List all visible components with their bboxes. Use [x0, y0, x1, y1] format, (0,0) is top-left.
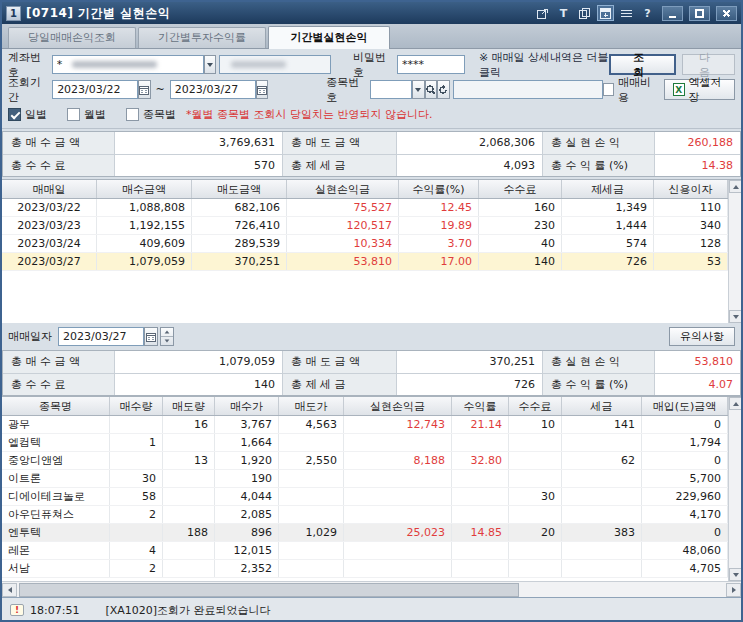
total-buy-value: 3,769,631	[115, 132, 283, 154]
excel-save-button[interactable]: X 엑셀저장	[664, 79, 735, 100]
period-from-input[interactable]	[52, 80, 138, 99]
monthly-checkbox[interactable]	[67, 108, 80, 121]
column-header[interactable]: 매도가	[279, 397, 344, 415]
scroll-right-icon[interactable]	[726, 583, 741, 597]
table-cell: 2	[110, 506, 163, 523]
horizontal-scrollbar[interactable]	[2, 581, 741, 597]
scroll-up-icon[interactable]	[729, 180, 741, 193]
account-dropdown-button[interactable]	[204, 55, 216, 74]
scroll-down-icon[interactable]	[729, 568, 741, 581]
account-redaction	[72, 61, 157, 68]
scrollbar-thumb[interactable]	[19, 583, 519, 597]
column-header[interactable]: 실현손익금	[344, 397, 452, 415]
day-fee-value: 140	[115, 374, 283, 396]
table-row[interactable]: 엘컴텍11,6641,794	[2, 434, 728, 452]
table-row[interactable]: 서남22,3524,705	[2, 560, 728, 578]
calendar-icon[interactable]	[144, 327, 158, 346]
stock-number-input[interactable]	[370, 80, 412, 99]
trade-date-stepper[interactable]	[160, 327, 174, 346]
table-cell	[562, 560, 642, 577]
query-button[interactable]: 조회	[609, 54, 676, 75]
pin-window-icon[interactable]	[597, 5, 614, 21]
titlebar[interactable]: 1 [0714] 기간별 실현손익 T ?	[2, 2, 741, 24]
menu-list-icon[interactable]	[618, 5, 635, 21]
step-up-icon[interactable]	[161, 328, 173, 337]
daily-table-scrollbar[interactable]	[728, 180, 741, 323]
table-row[interactable]: 2023/03/271,079,059370,25153,81017.00140…	[2, 253, 728, 271]
total-tax-label: 총 제 세 금	[283, 155, 397, 177]
table-cell: 409,609	[97, 235, 192, 252]
column-header[interactable]: 수익률(%)	[399, 180, 479, 198]
tab-period-realized-pl[interactable]: 기간별실현손익	[268, 26, 390, 49]
stock-name-field[interactable]	[453, 80, 603, 99]
table-cell: 레몬	[2, 542, 110, 559]
scroll-down-icon[interactable]	[729, 310, 741, 323]
table-row[interactable]: 레몬412,01548,060	[2, 542, 728, 560]
table-cell: 40	[479, 235, 562, 252]
table-row[interactable]: 엔투텍1888961,02925,02314.85203830	[2, 524, 728, 542]
account-field-wrap	[52, 55, 204, 74]
column-header[interactable]: 제세금	[562, 180, 654, 198]
stock-search-button[interactable]	[425, 80, 437, 99]
column-header[interactable]: 매매일	[2, 180, 97, 198]
trade-date-label: 매매일자	[8, 329, 52, 344]
password-input[interactable]	[397, 55, 465, 74]
scroll-left-icon[interactable]	[2, 583, 17, 597]
total-realized-pl-value: 260,188	[655, 132, 740, 154]
column-header[interactable]: 수수료	[509, 397, 562, 415]
column-header[interactable]: 매도금액	[192, 180, 287, 198]
daily-checkbox[interactable]	[8, 108, 21, 121]
table-row[interactable]: 2023/03/231,192,155726,410120,51719.8923…	[2, 217, 728, 235]
table-cell: 13	[163, 452, 215, 469]
column-header[interactable]: 수익률	[452, 397, 509, 415]
total-buy-label: 총 매 수 금 액	[3, 132, 115, 154]
column-header[interactable]: 매수금액	[97, 180, 192, 198]
column-header[interactable]: 종목명	[2, 397, 110, 415]
stock-dropdown-button[interactable]	[412, 80, 424, 99]
column-header[interactable]: 매수가	[215, 397, 279, 415]
step-down-icon[interactable]	[161, 337, 173, 345]
tab-period-return[interactable]: 기간별투자수익률	[138, 27, 266, 48]
tab-daily-trade-pl[interactable]: 당일매매손익조회	[8, 27, 136, 48]
table-row[interactable]: 디에이테크놀로584,04430229,960	[2, 488, 728, 506]
table-cell: 140	[479, 253, 562, 270]
maximize-button[interactable]	[689, 6, 710, 21]
close-button[interactable]	[716, 6, 737, 21]
open-new-window-icon[interactable]	[534, 5, 551, 21]
stock-refresh-button[interactable]	[437, 80, 449, 99]
table-row[interactable]: 2023/03/221,088,808682,10675,52712.45160…	[2, 199, 728, 217]
column-header[interactable]: 신용이자	[654, 180, 728, 198]
minimize-button[interactable]	[662, 6, 683, 21]
scroll-up-icon[interactable]	[729, 397, 741, 410]
calendar-to-icon[interactable]	[256, 80, 268, 99]
table-row[interactable]: 2023/03/24409,609289,53910,3343.70405741…	[2, 235, 728, 253]
trade-date-input[interactable]	[58, 327, 144, 346]
stock-table-scrollbar[interactable]	[728, 397, 741, 581]
help-icon[interactable]: ?	[639, 5, 656, 21]
table-cell: 2023/03/22	[2, 199, 97, 216]
table-cell: 1,349	[562, 199, 654, 216]
total-sell-label: 총 매 도 금 액	[283, 132, 397, 154]
fee-checkbox[interactable]	[603, 83, 615, 96]
notice-button[interactable]: 유의사항	[669, 327, 735, 346]
column-header[interactable]: 세금	[562, 397, 642, 415]
column-header[interactable]: 매도량	[163, 397, 215, 415]
period-to-input[interactable]	[170, 80, 256, 99]
table-cell: 32.80	[452, 452, 509, 469]
column-header[interactable]: 매수량	[110, 397, 163, 415]
column-header[interactable]: 실현손익금	[287, 180, 399, 198]
table-row[interactable]: 광무163,7674,56312,74321.14101410	[2, 416, 728, 434]
next-button[interactable]: 다음	[682, 54, 735, 75]
by-stock-checkbox[interactable]	[126, 108, 139, 121]
table-cell	[110, 452, 163, 469]
copy-screen-icon[interactable]	[576, 5, 593, 21]
table-row[interactable]: 중앙디앤엠131,9202,5508,18832.80620	[2, 452, 728, 470]
table-row[interactable]: 아우딘퓨쳐스22,0854,170	[2, 506, 728, 524]
column-header[interactable]: 매입(도)금액	[642, 397, 728, 415]
table-cell: 1,664	[215, 434, 279, 451]
period-label: 조회기간	[8, 75, 46, 105]
table-row[interactable]: 이트론301905,700	[2, 470, 728, 488]
calendar-from-icon[interactable]	[138, 80, 150, 99]
column-header[interactable]: 수수료	[479, 180, 562, 198]
font-size-icon[interactable]: T	[555, 5, 572, 21]
